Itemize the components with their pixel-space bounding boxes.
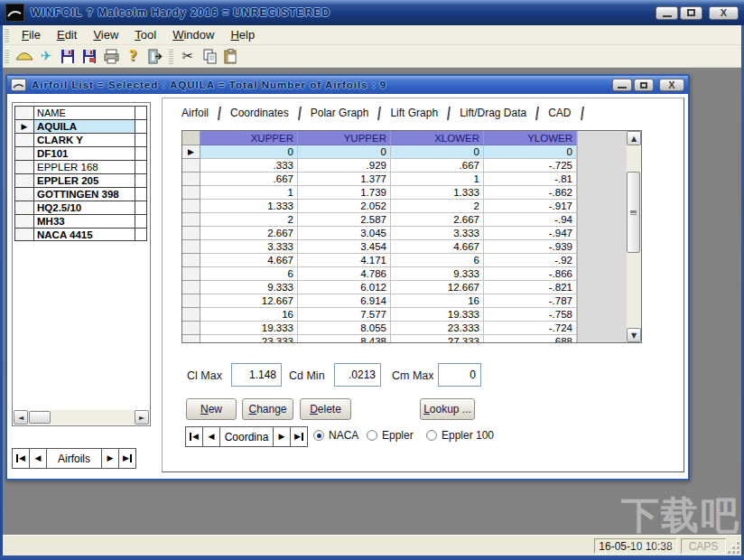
scroll-up-button[interactable]: ▲: [627, 131, 641, 145]
prev-coordinate-button[interactable]: ◀: [202, 426, 220, 447]
coordinate-cell[interactable]: 1.333: [200, 200, 298, 213]
child-maximize-button[interactable]: [634, 79, 654, 91]
exit-button[interactable]: [144, 46, 165, 66]
airfoil-name-cell[interactable]: EPPLER 168: [34, 160, 135, 173]
column-header-yupper[interactable]: YUPPER: [298, 131, 391, 145]
row-selector-cell[interactable]: [182, 159, 200, 173]
coordinate-cell[interactable]: -.787: [484, 294, 577, 308]
coordinate-row[interactable]: 11.7391.333-.862: [182, 186, 577, 200]
coordinate-cell[interactable]: 4.667: [391, 240, 484, 254]
coordinate-cell[interactable]: -.939: [484, 240, 577, 254]
row-selector-cell[interactable]: [182, 308, 200, 322]
row-selector-cell[interactable]: [182, 186, 200, 200]
first-record-button[interactable]: ◀: [12, 448, 30, 469]
scroll-left-button[interactable]: ◄: [14, 410, 28, 425]
child-window-icon[interactable]: [11, 79, 26, 91]
coordinate-cell[interactable]: -.724: [484, 322, 577, 335]
coordinate-cell[interactable]: .667: [391, 159, 484, 173]
coordinate-cell[interactable]: 2.667: [391, 213, 484, 227]
coordinate-cell[interactable]: 4.786: [298, 267, 391, 281]
coordinate-cell[interactable]: 2.667: [200, 227, 298, 240]
coordinate-cell[interactable]: 6.012: [298, 281, 391, 294]
cut-button[interactable]: ✂: [177, 46, 199, 66]
coordinate-cell[interactable]: 0: [200, 145, 298, 159]
coordinate-cell[interactable]: 0: [391, 145, 484, 159]
coordinate-cell[interactable]: 3.333: [200, 240, 298, 254]
row-selector-cell[interactable]: [14, 160, 34, 173]
coordinate-cell[interactable]: 16: [391, 294, 484, 308]
airfoil-name-cell[interactable]: NACA 4415: [34, 228, 135, 241]
airfoil-name-cell[interactable]: CLARK Y: [34, 133, 135, 146]
cl-max-field[interactable]: 1.148: [231, 363, 282, 387]
coordinate-cell[interactable]: 2.052: [298, 200, 391, 213]
coordinate-cell[interactable]: -.758: [484, 308, 577, 322]
help-button[interactable]: ?: [122, 46, 144, 66]
coordinate-cell[interactable]: 6: [200, 267, 298, 281]
coordinate-cell[interactable]: 1.739: [298, 186, 391, 200]
menu-edit[interactable]: Edit: [49, 26, 85, 43]
coordinate-row[interactable]: .333.929.667-.725: [182, 159, 577, 173]
menu-view[interactable]: View: [85, 26, 126, 43]
coordinate-cell[interactable]: 3.045: [298, 227, 391, 240]
coordinate-cell[interactable]: .929: [298, 159, 391, 173]
cd-min-field[interactable]: .0213: [334, 363, 381, 387]
menu-window[interactable]: Window: [164, 26, 222, 43]
menu-file[interactable]: File: [14, 26, 49, 43]
next-coordinate-button[interactable]: ▶: [273, 426, 291, 447]
prev-record-button[interactable]: ◀: [29, 448, 47, 469]
row-selector-cell[interactable]: [182, 267, 200, 281]
coordinate-cell[interactable]: 19.333: [391, 308, 484, 322]
child-close-button[interactable]: X: [659, 79, 684, 91]
radio-eppler[interactable]: Eppler: [367, 429, 414, 442]
airfoil-name-cell[interactable]: MH33: [34, 214, 135, 228]
coordinate-cell[interactable]: 12.667: [391, 281, 484, 294]
coordinate-row[interactable]: 3.3333.4544.667-.939: [182, 240, 577, 254]
new-airfoil-button[interactable]: [14, 46, 35, 66]
list-horizontal-scrollbar[interactable]: ◄ ►: [14, 410, 149, 425]
coordinate-row[interactable]: 12.6676.91416-.787: [182, 294, 577, 308]
child-minimize-button[interactable]: [612, 79, 632, 91]
first-coordinate-button[interactable]: ◀: [185, 426, 203, 447]
tab-lift-graph[interactable]: Lift Graph: [380, 107, 448, 119]
row-selector-cell[interactable]: [182, 294, 200, 308]
coordinate-row[interactable]: 22.5872.667-.94: [182, 213, 577, 227]
coordinate-cell[interactable]: 8.055: [298, 322, 391, 335]
row-selector-cell[interactable]: [182, 322, 200, 335]
airfoil-list-row[interactable]: MH33: [14, 214, 150, 228]
coordinate-cell[interactable]: -.917: [484, 200, 577, 213]
coordinate-cell[interactable]: 7.577: [298, 308, 391, 322]
last-record-button[interactable]: ▶: [118, 448, 136, 469]
coordinate-cell[interactable]: -.81: [484, 173, 577, 186]
column-header-xlower[interactable]: XLOWER: [391, 131, 484, 145]
row-selector-cell[interactable]: [182, 254, 200, 267]
coordinate-cell[interactable]: 12.667: [200, 294, 298, 308]
coordinate-cell[interactable]: 27.333: [391, 335, 484, 343]
coordinate-row[interactable]: 1.3332.0522-.917: [182, 200, 577, 213]
coordinate-row[interactable]: ▶0000: [182, 145, 577, 159]
coordinate-row[interactable]: 64.7869.333-.866: [182, 267, 577, 281]
airfoil-name-cell[interactable]: GOTTINGEN 398: [34, 187, 135, 201]
coordinate-cell[interactable]: 9.333: [200, 281, 298, 294]
airfoil-name-cell[interactable]: EPPLER 205: [34, 173, 135, 187]
row-selector-cell[interactable]: [14, 201, 34, 214]
next-record-button[interactable]: ▶: [101, 448, 119, 469]
airfoil-name-cell[interactable]: AQUILA: [34, 119, 135, 133]
row-selector-cell[interactable]: [14, 146, 34, 160]
row-selector-cell[interactable]: [182, 200, 200, 213]
coordinate-cell[interactable]: 0: [484, 145, 577, 159]
column-header-ylower[interactable]: YLOWER: [484, 131, 577, 145]
resize-grip[interactable]: [728, 542, 739, 554]
row-selector-cell[interactable]: [182, 281, 200, 294]
change-button[interactable]: Change: [242, 398, 293, 420]
copy-button[interactable]: [199, 46, 220, 66]
coordinate-cell[interactable]: .667: [200, 173, 298, 186]
coordinate-row[interactable]: 9.3336.01212.667-.821: [182, 281, 577, 294]
coordinate-cell[interactable]: 1: [391, 173, 484, 186]
coordinate-cell[interactable]: -.821: [484, 281, 577, 294]
coordinate-cell[interactable]: 1: [200, 186, 298, 200]
coordinate-row[interactable]: .6671.3771-.81: [182, 173, 577, 186]
coordinate-cell[interactable]: .333: [200, 159, 298, 173]
row-selector-cell[interactable]: [14, 187, 34, 201]
coordinate-cell[interactable]: 1.333: [391, 186, 484, 200]
coordinate-cell[interactable]: 2.587: [298, 213, 391, 227]
